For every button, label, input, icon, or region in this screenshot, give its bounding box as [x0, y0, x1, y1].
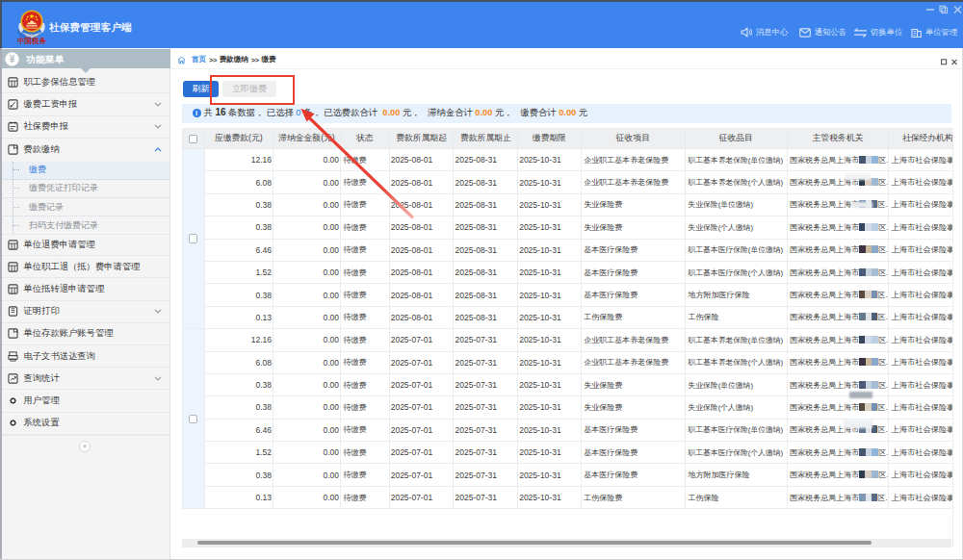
svg-text:¥: ¥ — [10, 54, 15, 64]
svg-text:中国税务: 中国税务 — [17, 37, 47, 44]
